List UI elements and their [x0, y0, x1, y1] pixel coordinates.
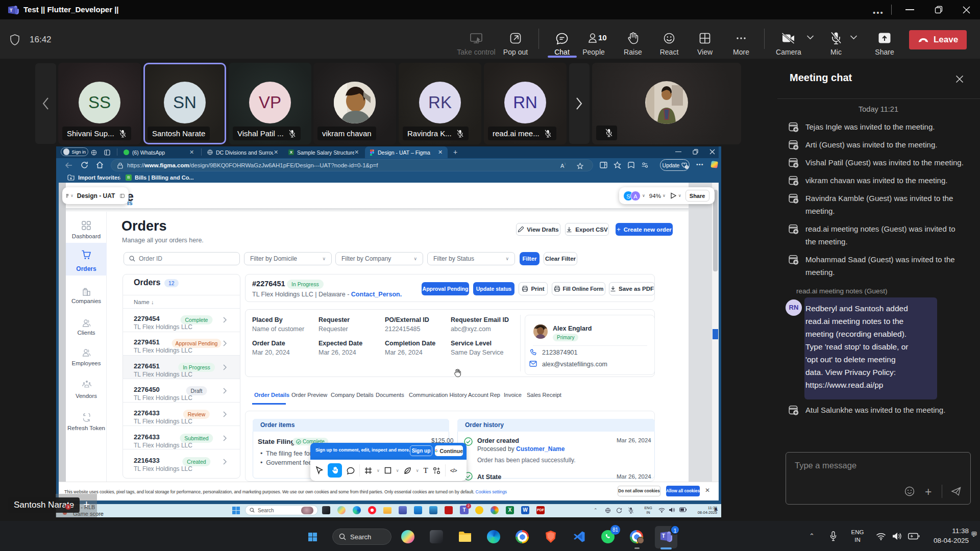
- svg-text:T: T: [10, 7, 13, 13]
- svg-text:T: T: [662, 533, 666, 539]
